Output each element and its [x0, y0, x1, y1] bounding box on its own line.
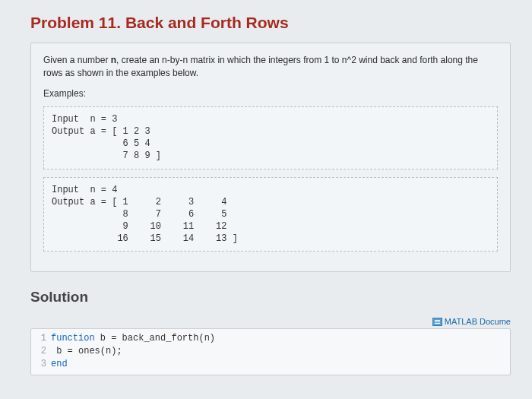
code-line-2: 2 b = ones(n);: [36, 345, 505, 358]
line-number: 3: [36, 358, 46, 371]
code-text: b = back_and_forth(n): [95, 333, 215, 344]
examples-label: Examples:: [43, 88, 498, 99]
solution-header: Solution: [30, 289, 511, 306]
problem-box: Given a number n, create an n-by-n matri…: [30, 43, 511, 272]
code-line-3: 3end: [36, 358, 505, 371]
solution-code-box[interactable]: 1function b = back_and_forth(n) 2 b = on…: [30, 328, 511, 375]
problem-description: Given a number n, create an n-by-n matri…: [43, 54, 498, 81]
code-line-1: 1function b = back_and_forth(n): [36, 332, 505, 345]
keyword-end: end: [51, 359, 68, 369]
keyword-function: function: [51, 333, 95, 344]
problem-title: Problem 11. Back and Forth Rows: [30, 14, 511, 32]
line-number: 1: [36, 332, 46, 345]
matlab-doc-icon: [432, 318, 442, 326]
code-text: b = ones(n);: [51, 346, 122, 356]
example-block-2: Input n = 4 Output a = [ 1 2 3 4 8 7 6 5…: [43, 177, 498, 252]
example-block-1: Input n = 3 Output a = [ 1 2 3 6 5 4 7 8…: [43, 106, 498, 169]
desc-bold-n: n: [111, 55, 116, 65]
line-number: 2: [36, 345, 46, 358]
desc-prefix: Given a number: [43, 55, 111, 65]
doc-link-row: MATLAB Docume: [30, 316, 511, 326]
matlab-doc-link[interactable]: MATLAB Docume: [445, 318, 511, 327]
